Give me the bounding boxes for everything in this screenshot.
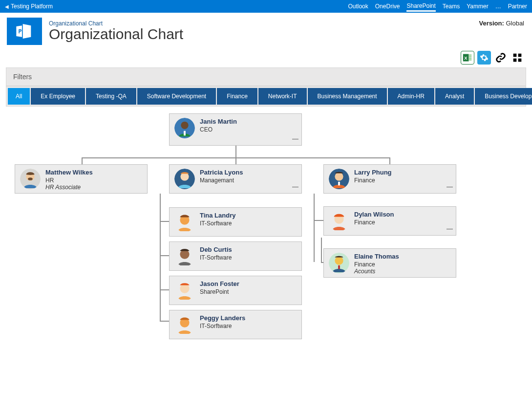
tab-testing-qa[interactable]: Testing -QA	[86, 88, 136, 105]
tab-network-it[interactable]: Network-IT	[258, 88, 307, 105]
filters-label: Filters	[6, 68, 526, 86]
svg-text:X: X	[464, 56, 468, 61]
card-patricia[interactable]: Patricia Lyons Managemant —	[169, 164, 302, 194]
tab-admin-hr[interactable]: Admin-HR	[388, 88, 434, 105]
avatar-icon	[174, 169, 195, 189]
connector	[160, 255, 170, 256]
svg-rect-20	[338, 182, 340, 186]
connector	[160, 221, 170, 222]
suite-bar: ◀ Testing Platform Outlook OneDrive Shar…	[0, 0, 532, 13]
suite-link-outlook[interactable]: Outlook	[348, 3, 368, 10]
svg-rect-33	[338, 265, 340, 269]
suite-link-sharepoint[interactable]: SharePoint	[406, 2, 435, 12]
tab-software-dev[interactable]: Software Development	[137, 88, 216, 105]
connector	[160, 321, 170, 322]
card-role: Acounts	[354, 268, 399, 275]
tab-finance[interactable]: Finance	[217, 88, 257, 105]
svg-rect-9	[518, 59, 522, 62]
connector	[389, 157, 390, 164]
platform-name: Testing Platform	[11, 3, 53, 10]
card-dept: Finance	[354, 177, 392, 184]
avatar-icon	[174, 314, 195, 335]
connector	[235, 157, 236, 164]
svg-rect-4	[469, 58, 472, 59]
avatar-icon	[329, 211, 349, 231]
settings-button[interactable]	[477, 51, 491, 65]
avatar-icon	[329, 169, 349, 189]
card-dept: IT-Sorftware	[200, 220, 235, 227]
suite-left[interactable]: ◀ Testing Platform	[5, 3, 53, 10]
card-deb[interactable]: Deb Curtis IT-Sorftware	[169, 241, 302, 271]
version-value: Global	[506, 20, 524, 27]
card-jason[interactable]: Jason Foster SharePoint	[169, 276, 302, 305]
page-title: Organizational Chart	[49, 26, 183, 43]
action-toolbar: X	[0, 47, 532, 67]
version-label-group: Version: Global	[479, 20, 525, 27]
back-caret-icon: ◀	[5, 4, 9, 9]
card-ceo[interactable]: Janis Martin CEO —	[169, 113, 302, 146]
suite-link-yammer[interactable]: Yammer	[467, 3, 488, 10]
svg-rect-12	[184, 131, 186, 136]
suite-link-teams[interactable]: Teams	[443, 3, 460, 10]
svg-point-11	[181, 122, 188, 129]
card-name: Larry Phung	[354, 169, 392, 176]
tab-biz-dev[interactable]: Business Development	[475, 88, 532, 105]
card-larry[interactable]: Larry Phung Finance —	[323, 164, 456, 194]
collapse-toggle[interactable]: —	[292, 183, 298, 190]
card-tina[interactable]: Tina Landry IT-Sorftware	[169, 207, 302, 237]
card-peggy[interactable]: Peggy Landers IT-Sorftware	[169, 310, 302, 339]
suite-more-icon[interactable]: …	[495, 3, 501, 10]
card-role: HR Associate	[45, 184, 93, 191]
collapse-toggle[interactable]: —	[447, 225, 452, 232]
export-excel-button[interactable]: X	[461, 51, 474, 65]
card-name: Deb Curtis	[200, 246, 232, 253]
svg-point-15	[28, 177, 33, 180]
tab-biz-mgmt[interactable]: Business Management	[308, 88, 387, 105]
connector	[82, 157, 83, 164]
sharepoint-logo[interactable]	[7, 18, 42, 45]
tab-ex-employee[interactable]: Ex Employee	[31, 88, 85, 105]
svg-point-32	[335, 257, 343, 265]
svg-rect-3	[469, 56, 472, 58]
connector	[314, 194, 315, 262]
collapse-toggle[interactable]: —	[292, 135, 298, 142]
avatar-icon	[174, 118, 195, 138]
tab-analyst[interactable]: Analyst	[435, 88, 474, 105]
card-dept: Managemant	[200, 177, 243, 184]
card-name: Jason Foster	[200, 280, 239, 287]
svg-rect-2	[469, 54, 472, 56]
svg-rect-8	[513, 59, 517, 62]
filters-panel: Filters	[6, 67, 526, 86]
card-name: Patricia Lyons	[200, 169, 243, 176]
share-link-button[interactable]	[494, 51, 508, 65]
card-dept: IT-Sorftware	[200, 323, 245, 329]
card-name: Peggy Landers	[200, 314, 245, 322]
page-header: Organizational Chart Organizational Char…	[0, 13, 532, 47]
suite-link-onedrive[interactable]: OneDrive	[375, 3, 400, 10]
avatar-icon	[20, 169, 41, 189]
org-chart: Janis Martin CEO — Matthew Wilkes HR HR …	[6, 113, 526, 358]
card-name: Dylan Wilson	[354, 211, 394, 218]
collapse-toggle[interactable]: —	[447, 183, 452, 190]
card-dylan[interactable]: Dylan Wilson Finance —	[323, 206, 456, 236]
card-name: Janis Martin	[200, 118, 237, 125]
card-dept: Finance	[354, 261, 399, 268]
avatar-icon	[174, 212, 195, 232]
svg-rect-6	[513, 54, 517, 57]
tab-all[interactable]: All	[8, 88, 30, 105]
card-dept: SharePoint	[200, 288, 239, 295]
suite-link-partner[interactable]: Partner	[508, 3, 527, 10]
grid-view-button[interactable]	[511, 51, 524, 65]
card-name: Matthew Wilkes	[45, 169, 93, 176]
card-name: Elaine Thomas	[354, 253, 399, 260]
card-matthew[interactable]: Matthew Wilkes HR HR Associate	[15, 164, 148, 194]
svg-point-19	[335, 173, 343, 181]
card-dept: IT-Sorftware	[200, 254, 232, 261]
card-dept: HR	[45, 177, 93, 184]
card-dept: CEO	[200, 126, 237, 133]
svg-rect-7	[518, 54, 522, 57]
card-name: Tina Landry	[200, 212, 235, 219]
connector	[160, 289, 170, 290]
card-elaine[interactable]: Elaine Thomas Finance Acounts	[323, 248, 456, 278]
version-label: Version:	[479, 20, 504, 27]
